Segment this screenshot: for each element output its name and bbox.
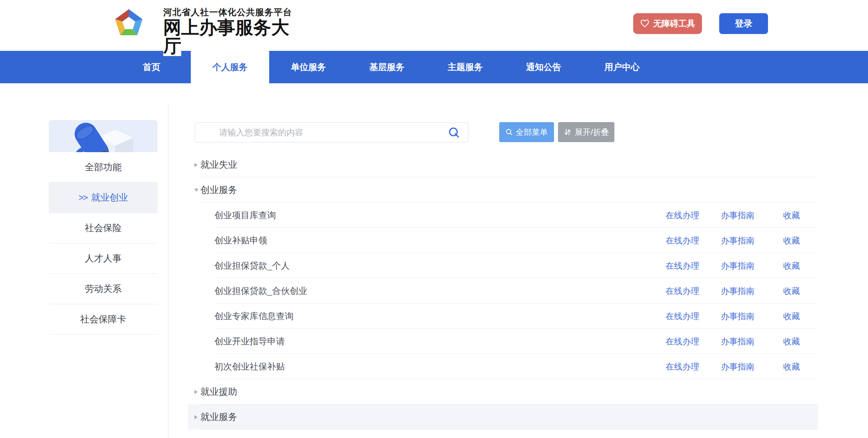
service-row-first-entrepreneurship-social-subsidy: 初次创业社保补贴 在线办理 办事指南 收藏: [188, 354, 818, 379]
row-actions: 在线办理 办事指南 收藏: [666, 354, 800, 379]
sidebar-item-labor-relations[interactable]: 劳动关系: [49, 274, 158, 304]
online-handle-link[interactable]: 在线办理: [666, 210, 699, 221]
service-name: 创业项目库查询: [214, 209, 276, 221]
sidebar-item-social-security-card[interactable]: 社会保障卡: [49, 304, 158, 335]
search-icon[interactable]: [448, 127, 460, 138]
nav-tab-user-center[interactable]: 用户中心: [583, 51, 661, 83]
chevron-right-icon: [194, 163, 198, 167]
category-row-employment-unemployment[interactable]: 就业失业: [188, 152, 818, 177]
service-name: 创业补贴申领: [214, 235, 267, 247]
service-list: 就业失业 创业服务 创业项目库查询 在线办理 办事指南 收藏 创业补贴申领 在线…: [188, 152, 818, 430]
login-button[interactable]: 登录: [719, 13, 768, 34]
up-down-arrows-icon: [564, 128, 572, 136]
service-guide-link[interactable]: 办事指南: [721, 210, 754, 221]
all-menu-button[interactable]: 全部菜单: [499, 122, 554, 142]
service-row-project-library-query: 创业项目库查询 在线办理 办事指南 收藏: [188, 203, 818, 228]
service-guide-link[interactable]: 办事指南: [721, 336, 754, 347]
service-name: 创业担保贷款_合伙创业: [214, 285, 307, 297]
chevron-right-icon: [194, 390, 198, 394]
favorite-link[interactable]: 收藏: [783, 311, 800, 322]
chevron-down-icon: [194, 189, 198, 192]
category-label: 就业失业: [200, 159, 237, 171]
service-row-opening-guidance-application: 创业开业指导申请 在线办理 办事指南 收藏: [188, 329, 818, 354]
row-actions: 在线办理 办事指南 收藏: [666, 253, 800, 278]
nav-tab-notices[interactable]: 通知公告: [504, 51, 583, 83]
service-row-expert-library-query: 创业专家库信息查询 在线办理 办事指南 收藏: [188, 303, 818, 329]
header: 河北省人社一体化公共服务平台 网上办事服务大厅 无障碍工具 登录: [0, 0, 868, 51]
favorite-link[interactable]: 收藏: [783, 361, 800, 372]
sidebar-item-employment-entrepreneurship[interactable]: >> 就业创业: [49, 183, 158, 213]
nav-tab-unit-services[interactable]: 单位服务: [269, 51, 348, 83]
favorite-link[interactable]: 收藏: [783, 285, 800, 297]
service-name: 创业担保贷款_个人: [214, 260, 290, 272]
platform-subtitle: 河北省人社一体化公共服务平台: [163, 6, 295, 18]
online-handle-link[interactable]: 在线办理: [666, 311, 699, 322]
service-guide-link[interactable]: 办事指南: [721, 260, 754, 271]
category-label: 创业服务: [200, 184, 237, 196]
login-label: 登录: [735, 18, 752, 30]
row-actions: 在线办理 办事指南 收藏: [666, 329, 800, 354]
nav-tab-grassroots-services[interactable]: 基层服务: [348, 51, 426, 83]
online-handle-link[interactable]: 在线办理: [666, 285, 699, 297]
chevron-right-icon: [194, 415, 198, 419]
service-guide-link[interactable]: 办事指南: [721, 285, 754, 297]
main-nav: 首页 个人服务 单位服务 基层服务 主题服务 通知公告 用户中心: [0, 51, 868, 83]
nav-tab-personal-services[interactable]: 个人服务: [191, 51, 269, 83]
search-input[interactable]: [195, 123, 468, 143]
row-actions: 在线办理 办事指南 收藏: [666, 278, 800, 303]
online-handle-link[interactable]: 在线办理: [666, 235, 699, 246]
service-guide-link[interactable]: 办事指南: [721, 311, 754, 322]
nav-tab-theme-services[interactable]: 主题服务: [426, 51, 504, 83]
accessibility-tools-button[interactable]: 无障碍工具: [633, 13, 702, 34]
site-titles: 河北省人社一体化公共服务平台 网上办事服务大厅: [163, 6, 295, 55]
portal-title: 网上办事服务大厅: [163, 18, 295, 55]
vertical-divider: [168, 102, 168, 438]
category-row-employment-assistance[interactable]: 就业援助: [188, 379, 818, 404]
row-actions: 在线办理 办事指南 收藏: [666, 228, 800, 253]
expand-collapse-label: 展开/折叠: [575, 127, 609, 138]
sidebar-item-talent-personnel[interactable]: 人才人事: [49, 243, 158, 274]
active-item-prefix: >>: [78, 193, 87, 203]
sidebar-item-social-insurance[interactable]: 社会保险: [49, 213, 158, 243]
search-box: [195, 123, 468, 143]
service-row-guaranteed-loan-partnership: 创业担保贷款_合伙创业 在线办理 办事指南 收藏: [188, 278, 818, 303]
search-icon-small: [506, 129, 513, 136]
service-guide-link[interactable]: 办事指南: [721, 235, 754, 246]
favorite-link[interactable]: 收藏: [783, 235, 800, 246]
heart-icon: [640, 19, 650, 28]
category-row-employment-services[interactable]: 就业服务: [188, 404, 818, 430]
divider: [200, 429, 818, 430]
all-menu-label: 全部菜单: [516, 127, 548, 138]
category-label: 就业援助: [200, 386, 237, 398]
service-name: 创业专家库信息查询: [214, 310, 294, 322]
expand-collapse-button[interactable]: 展开/折叠: [558, 122, 614, 142]
category-label: 就业服务: [200, 411, 237, 423]
row-actions: 在线办理 办事指南 收藏: [666, 303, 800, 329]
sidebar-menu: 全部功能 >> 就业创业 社会保险 人才人事 劳动关系 社会保障卡: [49, 152, 158, 335]
accessibility-label: 无障碍工具: [653, 18, 695, 29]
sidebar-item-all-functions[interactable]: 全部功能: [49, 152, 158, 183]
service-name: 创业开业指导申请: [214, 336, 285, 348]
favorite-link[interactable]: 收藏: [783, 260, 800, 271]
service-row-subsidy-application: 创业补贴申领 在线办理 办事指南 收藏: [188, 228, 818, 253]
service-name: 初次创业社保补贴: [214, 361, 285, 373]
favorite-link[interactable]: 收藏: [783, 210, 800, 221]
sidebar-illustration: [49, 120, 158, 152]
service-row-guaranteed-loan-personal: 创业担保贷款_个人 在线办理 办事指南 收藏: [188, 253, 818, 278]
page: 河北省人社一体化公共服务平台 网上办事服务大厅 无障碍工具 登录 首页 个人服务…: [0, 0, 868, 438]
category-row-entrepreneurship-services[interactable]: 创业服务: [188, 177, 818, 203]
site-logo-icon: [113, 6, 145, 38]
online-handle-link[interactable]: 在线办理: [666, 361, 699, 372]
nav-tabs: 首页 个人服务 单位服务 基层服务 主题服务 通知公告 用户中心: [112, 51, 661, 83]
favorite-link[interactable]: 收藏: [783, 336, 800, 347]
online-handle-link[interactable]: 在线办理: [666, 336, 699, 347]
row-actions: 在线办理 办事指南 收藏: [666, 203, 800, 228]
online-handle-link[interactable]: 在线办理: [666, 260, 699, 271]
service-guide-link[interactable]: 办事指南: [721, 361, 754, 372]
